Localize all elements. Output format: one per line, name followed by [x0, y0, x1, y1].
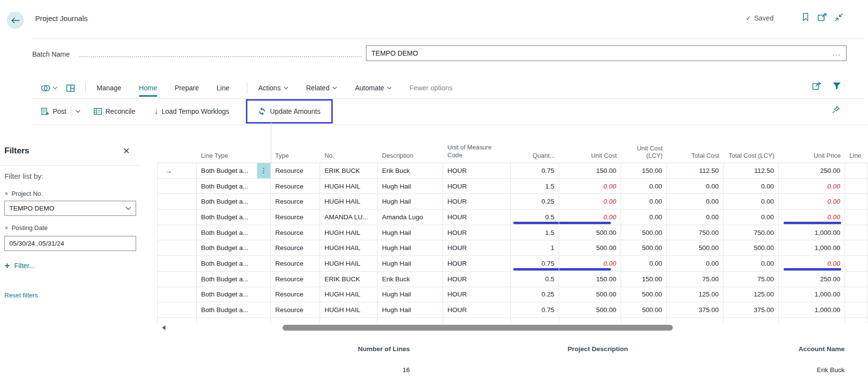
horizontal-scrollbar[interactable]	[157, 324, 868, 332]
cell-no[interactable]: HUGH HAIL	[320, 256, 378, 272]
project-no-filter-select[interactable]: TEMPO DEMO	[4, 201, 136, 216]
cell-line-type[interactable]: Both Budget a...	[197, 240, 271, 256]
posting-date-filter-input[interactable]: 05/30/24..05/31/24	[4, 236, 136, 251]
table-row[interactable]: Both Budget a...ResourceHUGH HAILHugh Ha…	[157, 256, 868, 272]
cell-unit-cost-lcy[interactable]: 500.00	[621, 287, 667, 303]
column-header-unit-cost-lcy[interactable]: Unit Cost (LCY)	[621, 138, 667, 163]
cell-total-cost[interactable]: 0.00	[667, 256, 724, 272]
tab-manage[interactable]: Manage	[97, 78, 121, 98]
cell-uom[interactable]: HOUR	[443, 287, 511, 303]
row-selector-cell[interactable]	[157, 240, 197, 256]
cell-line-type[interactable]: Both Budget a...	[197, 272, 271, 287]
tab-home[interactable]: Home	[139, 78, 157, 98]
cell-unit-cost[interactable]: 150.00	[559, 272, 621, 287]
cell-type[interactable]: Resource	[271, 225, 320, 241]
cell-line-type[interactable]: Both Budget a...	[197, 210, 271, 225]
cell-uom[interactable]: HOUR	[443, 240, 511, 256]
cell-total-cost-lcy[interactable]: 0.00	[724, 179, 779, 194]
reset-filters-link[interactable]: Reset filters	[4, 292, 38, 299]
cell-uom[interactable]: HOUR	[443, 210, 511, 225]
filter-icon[interactable]	[831, 81, 842, 91]
cell-total-cost-lcy[interactable]: 500.00	[724, 240, 779, 256]
cell-line-type[interactable]: Both Budget a...⋮	[197, 163, 271, 179]
cell-line-type[interactable]: Both Budget a...	[197, 256, 271, 272]
row-selector-cell[interactable]: →	[157, 163, 197, 179]
table-row[interactable]: Both Budget a...ResourceHUGH HAILHugh Ha…	[157, 287, 868, 303]
collapse-icon[interactable]	[833, 12, 844, 22]
cell-unit-cost-lcy[interactable]: 0.00	[621, 210, 667, 225]
cell-unit-price[interactable]: 0.00	[779, 210, 845, 225]
cell-unit-cost-lcy[interactable]: 0.00	[621, 256, 667, 272]
cell-unit-price[interactable]: 250.00	[779, 272, 845, 287]
cell-line[interactable]	[845, 179, 868, 194]
cell-no[interactable]: HUGH HAIL	[320, 302, 378, 318]
column-header-quantity[interactable]: Quant...	[511, 138, 559, 163]
table-row[interactable]: Both Budget a...ResourceERIK BUCKErik Bu…	[157, 272, 868, 287]
chevron-down-icon[interactable]	[76, 110, 81, 113]
cell-type[interactable]: Resource	[271, 240, 320, 256]
menu-related[interactable]: Related	[306, 78, 337, 98]
cell-quantity[interactable]: 0.75	[511, 302, 559, 318]
cell-no[interactable]: ERIK BUCK	[320, 272, 378, 287]
menu-automate[interactable]: Automate	[355, 78, 392, 98]
column-header-total-cost-lcy[interactable]: Total Cost (LCY)	[724, 138, 779, 163]
cell-unit-price[interactable]: 1,000.00	[779, 302, 845, 318]
cell-type[interactable]: Resource	[271, 210, 320, 225]
table-row[interactable]: Both Budget a...ResourceHUGH HAILHugh Ha…	[157, 302, 868, 318]
tab-prepare[interactable]: Prepare	[175, 78, 199, 98]
cell-unit-price[interactable]: 0.00	[779, 179, 845, 194]
cell-description[interactable]: Hugh Hail	[378, 194, 443, 210]
cell-line-type[interactable]: Both Budget a...	[197, 302, 271, 318]
cell-line[interactable]	[845, 210, 868, 225]
cell-total-cost-lcy[interactable]: 75.00	[724, 272, 779, 287]
cell-no[interactable]: HUGH HAIL	[320, 225, 378, 241]
cell-unit-cost[interactable]: 0.00	[559, 194, 621, 210]
update-amounts-button[interactable]: Update Amounts	[246, 99, 333, 124]
cell-description[interactable]: Hugh Hail	[378, 240, 443, 256]
cell-type[interactable]: Resource	[271, 302, 320, 318]
cell-unit-cost[interactable]: 500.00	[559, 225, 621, 241]
board-view-icon[interactable]	[66, 84, 75, 92]
cell-uom[interactable]: HOUR	[443, 194, 511, 210]
back-button[interactable]	[7, 12, 24, 29]
cell-unit-cost[interactable]: 500.00	[559, 240, 621, 256]
cell-uom[interactable]: HOUR	[443, 179, 511, 194]
cell-quantity[interactable]: 0.75	[511, 256, 559, 272]
cell-type[interactable]: Resource	[271, 194, 320, 210]
table-row[interactable]: Both Budget a...ResourceHUGH HAILHugh Ha…	[157, 194, 868, 210]
cell-quantity[interactable]: 0.25	[511, 287, 559, 303]
cell-no[interactable]: HUGH HAIL	[320, 287, 378, 303]
cell-quantity[interactable]: 1	[511, 240, 559, 256]
post-button[interactable]: Post	[41, 105, 81, 118]
row-selector-cell[interactable]	[157, 256, 197, 272]
row-selector-cell[interactable]	[157, 287, 197, 303]
row-selector-cell[interactable]	[157, 179, 197, 194]
cell-total-cost[interactable]: 112.50	[667, 163, 724, 179]
cell-unit-cost-lcy[interactable]: 0.00	[621, 179, 667, 194]
cell-unit-cost-lcy[interactable]: 500.00	[621, 302, 667, 318]
cell-unit-cost[interactable]: 150.00	[559, 163, 621, 179]
column-header-description[interactable]: Description	[378, 138, 443, 163]
cell-unit-cost-lcy[interactable]: 0.00	[621, 194, 667, 210]
cell-total-cost-lcy[interactable]: 0.00	[724, 210, 779, 225]
cell-quantity[interactable]: 1.5	[511, 225, 559, 241]
cell-description[interactable]: Hugh Hail	[378, 256, 443, 272]
cell-no[interactable]: AMANDA LU...	[320, 210, 378, 225]
cell-unit-price[interactable]: 250.00	[779, 163, 845, 179]
close-icon[interactable]: ✕	[123, 146, 130, 156]
cell-description[interactable]: Hugh Hail	[378, 225, 443, 241]
column-header-unit-price[interactable]: Unit Price	[779, 138, 845, 163]
cell-no[interactable]: HUGH HAIL	[320, 240, 378, 256]
row-selector-cell[interactable]	[157, 272, 197, 287]
row-selector-cell[interactable]	[157, 302, 197, 318]
cell-quantity[interactable]: 0.25	[511, 194, 559, 210]
add-filter-button[interactable]: + Filter...	[4, 262, 35, 270]
cell-unit-cost-lcy[interactable]: 500.00	[621, 225, 667, 241]
cell-description[interactable]: Amanda Lugo	[378, 210, 443, 225]
cell-total-cost-lcy[interactable]: 0.00	[724, 256, 779, 272]
cell-uom[interactable]: HOUR	[443, 272, 511, 287]
cell-unit-cost-lcy[interactable]: 150.00	[621, 272, 667, 287]
cell-line[interactable]	[845, 240, 868, 256]
assist-edit-button[interactable]: ...	[832, 49, 841, 57]
cell-total-cost[interactable]: 0.00	[667, 194, 724, 210]
